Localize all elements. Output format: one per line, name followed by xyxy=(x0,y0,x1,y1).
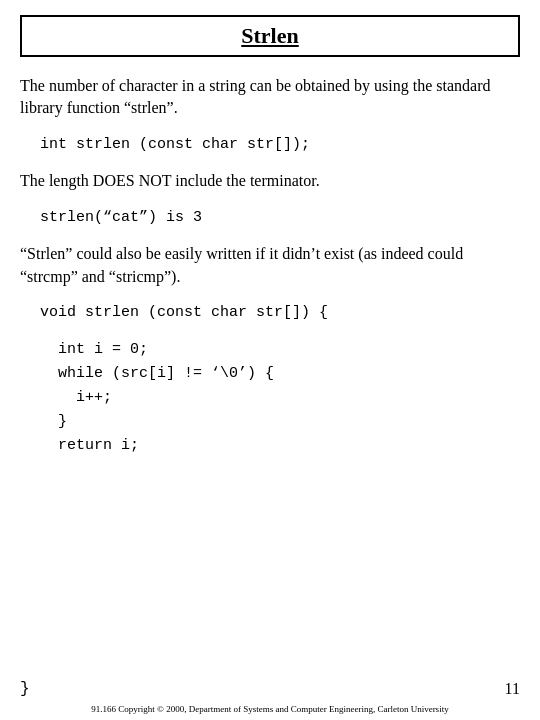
code-line-3: i++; xyxy=(40,386,520,410)
void-signature-code: void strlen (const char str[]) { xyxy=(40,302,520,325)
example-code: strlen(“cat”) is 3 xyxy=(40,207,520,230)
copyright-text: 91.166 Copyright © 2000, Department of S… xyxy=(0,704,540,714)
code-line-2: while (src[i] != ‘\0’) { xyxy=(40,362,520,386)
intro-paragraph: The number of character in a string can … xyxy=(20,75,520,120)
code-line-4: } xyxy=(40,410,520,434)
page-number: 11 xyxy=(505,680,520,698)
page-footer: } 11 xyxy=(20,680,520,698)
also-note-paragraph: “Strlen” could also be easily written if… xyxy=(20,243,520,288)
code-line-1: int i = 0; xyxy=(40,338,520,362)
signature-code: int strlen (const char str[]); xyxy=(40,134,520,157)
length-note-paragraph: The length DOES NOT include the terminat… xyxy=(20,170,520,192)
title-box: Strlen xyxy=(20,15,520,57)
page-title: Strlen xyxy=(32,23,508,49)
function-body-code: int i = 0; while (src[i] != ‘\0’) { i++;… xyxy=(40,338,520,458)
closing-brace: } xyxy=(20,680,30,698)
code-line-5: return i; xyxy=(40,434,520,458)
